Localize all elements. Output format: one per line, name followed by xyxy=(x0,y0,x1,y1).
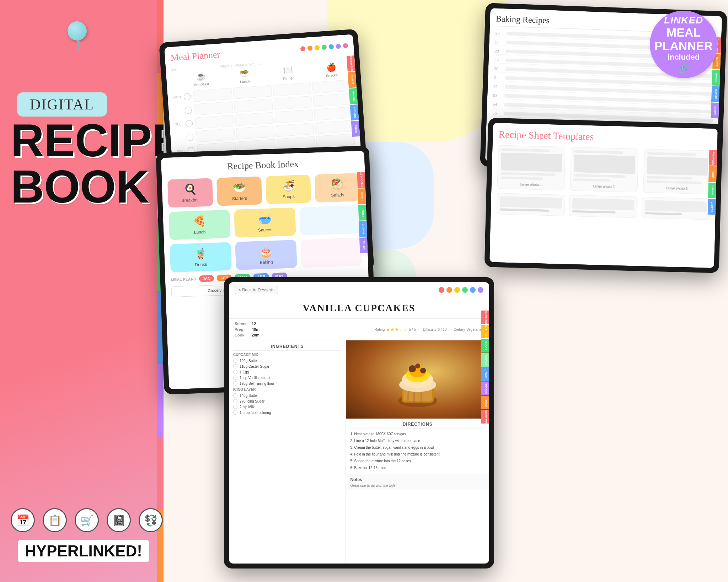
cup-tab-dinner[interactable]: DINNER xyxy=(481,396,489,409)
index-title: Recipe Book Index xyxy=(167,157,359,174)
ingredients-title: INGREDIENTS xyxy=(233,344,341,351)
tab-notes[interactable]: NOTES xyxy=(711,103,720,119)
dir-6: 6. Bake for 12-15 mins xyxy=(350,464,485,471)
ing-item: 120g Butter xyxy=(233,358,341,363)
template-5[interactable] xyxy=(569,195,638,218)
cup-tab-starters[interactable]: STARTERS xyxy=(481,325,489,338)
cup-tab-breakfast[interactable]: BREAKFAST xyxy=(481,311,489,324)
template-3[interactable]: Large photo 3 xyxy=(643,149,711,194)
cup-tab-salads[interactable]: SALADS xyxy=(481,353,489,367)
card-lunch[interactable]: 🍕Lunch xyxy=(168,210,231,240)
dot-5 xyxy=(470,287,476,293)
dir-5: 5. Spoon the mixture into the 12 cases xyxy=(350,458,485,464)
cupcake-screen: < Back to Desserts VANILLA CUPCAKES Serv… xyxy=(229,282,489,564)
svg-point-11 xyxy=(420,368,426,373)
calendar-icon[interactable]: 📅 xyxy=(11,508,35,532)
card-extra xyxy=(300,238,363,268)
notebook-icon[interactable]: 📓 xyxy=(107,508,131,532)
list-icon[interactable]: 📋 xyxy=(43,508,67,532)
svg-point-12 xyxy=(415,363,420,368)
idx-tab-lunch[interactable]: LUNCH xyxy=(358,188,367,204)
tmpl-tab-snacks[interactable]: SNACKS xyxy=(708,199,717,215)
ing-item: 110g Caster Sugar xyxy=(233,363,341,369)
templates-screen: Recipe Sheet Templates Large photo 1 xyxy=(489,123,718,268)
dietary-value: Vegetarian xyxy=(466,328,483,332)
cup-tab-sauces[interactable]: SAUCES xyxy=(481,382,489,395)
recipe-right-panel: DIRECTIONS 1. Heat oven to 180C/160C fan… xyxy=(346,340,489,564)
template-4[interactable] xyxy=(497,193,566,216)
directions-title: DIRECTIONS xyxy=(350,422,485,429)
template-1[interactable]: Large photo 1 xyxy=(497,145,565,190)
col-snacks: Snacks xyxy=(326,73,338,78)
ing-item: 1 tsp Vanilla extract xyxy=(233,375,341,381)
dir-2: 2. Line a 12-hole Muffin tray with paper… xyxy=(350,437,485,444)
mp-tab-breakfast[interactable]: BREAKFAST xyxy=(347,55,356,72)
template-label-2: Large photo 2 xyxy=(573,184,635,189)
card-soups[interactable]: 🍜Soups xyxy=(266,175,311,204)
tmpl-tab-dinner[interactable]: DINNER xyxy=(708,183,717,199)
pushpin-decoration xyxy=(68,21,89,50)
idx-tab-notes[interactable]: NOTES xyxy=(359,237,369,253)
tab-dinner[interactable]: DINNER xyxy=(712,70,721,86)
dir-1: 1. Heat oven to 180C/160C fan/gas xyxy=(350,431,485,437)
ing-item: 120g Self-raising flour xyxy=(233,381,341,386)
col-lunch: Lunch xyxy=(240,79,250,84)
dir-4: 4. Fold in the flour and milk until the … xyxy=(350,451,485,458)
template-2[interactable]: Large photo 2 xyxy=(570,147,638,193)
tablet-templates: Recipe Sheet Templates Large photo 1 xyxy=(485,118,723,273)
mp-calendar-rows: MON TUE WED xyxy=(173,80,355,157)
cup-tab-lunch[interactable]: LUNCH xyxy=(481,367,489,381)
rating-label: Rating xyxy=(374,328,385,332)
notes-section: Notes Great one to do with the kids! xyxy=(346,474,489,490)
ing-item: 140g Butter xyxy=(233,393,341,398)
index-category-grid-2: 🍕Lunch 🥣Sauces xyxy=(168,205,361,240)
back-to-desserts-button[interactable]: < Back to Desserts xyxy=(235,286,278,294)
card-sauces[interactable]: 🥣Sauces xyxy=(234,208,296,238)
card-breakfast[interactable]: 🍳Breakfast xyxy=(167,178,213,208)
card-salads[interactable]: 🥙Salads xyxy=(315,173,360,203)
prep-value: 40m xyxy=(252,327,259,332)
mp-tab-snacks[interactable]: SNACKS xyxy=(350,104,359,121)
notes-text: Great one to do with the kids! xyxy=(350,484,485,487)
cupcake-dots xyxy=(439,287,483,293)
dot-3 xyxy=(454,287,460,293)
cupcake-mix-label: CUPCAKE MIX xyxy=(233,353,341,357)
template-6[interactable] xyxy=(641,197,710,220)
mp-tab-notes[interactable]: NOTES xyxy=(351,121,361,137)
mp-tab-dinner[interactable]: DINNER xyxy=(349,88,358,104)
card-drinks[interactable]: 🧋Drinks xyxy=(170,242,232,272)
serves-label: Serves xyxy=(235,322,247,326)
template-label-1: Large photo 1 xyxy=(500,182,562,187)
mp-tab-lunch[interactable]: LUNCH xyxy=(348,72,357,88)
mp-dots xyxy=(300,43,348,51)
card-more xyxy=(299,205,362,236)
index-category-grid: 🍳Breakfast 🥗Starters 🍜Soups 🥙Salads xyxy=(167,173,360,208)
stars: ★★★☆☆ xyxy=(386,327,407,332)
template-label-3: Large photo 3 xyxy=(646,185,707,191)
cup-tab-soups[interactable]: SOUPS xyxy=(481,339,489,352)
dir-3: 3. Cream the butter, sugar, vanilla and … xyxy=(350,444,485,451)
cupcake-body: INGREDIENTS CUPCAKE MIX 120g Butter 110g… xyxy=(229,340,489,564)
cook-value: 20m xyxy=(252,333,259,337)
col-dinner: Dinner xyxy=(283,76,294,81)
idx-tab-breakfast[interactable]: BREAKFAST xyxy=(357,172,366,188)
tab-snacks[interactable]: SNACKS xyxy=(711,86,721,102)
idx-tab-snacks[interactable]: SNACKS xyxy=(359,221,368,237)
idx-tab-dinner[interactable]: DINNER xyxy=(358,205,368,221)
cart-icon[interactable]: 🛒 xyxy=(75,508,99,532)
templates-title: Recipe Sheet Templates xyxy=(498,129,712,146)
meal-plans-label: MEAL PLANS xyxy=(171,277,197,282)
templates-side-tabs: BREAKFAST LUNCH DINNER SNACKS xyxy=(708,150,718,215)
difficulty-item: Difficulty 6 / 10 xyxy=(423,328,447,332)
icing-layer-label: ICING LAYER xyxy=(233,388,341,392)
tmpl-tab-breakfast[interactable]: BREAKFAST xyxy=(709,150,718,166)
templates-grid: Large photo 1 Large photo 2 xyxy=(497,145,711,194)
card-starters[interactable]: 🥗Starters xyxy=(216,176,262,206)
card-baking[interactable]: 🎂Baking xyxy=(235,240,297,270)
tmpl-tab-lunch[interactable]: LUNCH xyxy=(708,166,717,182)
exchange-icon[interactable]: 💱 xyxy=(139,508,163,532)
cupcake-title-bar: VANILLA CUPCAKES xyxy=(229,298,489,319)
meta-grid: Serves 12 Prep 40m Cook 20m xyxy=(235,322,259,337)
cup-tab-desserts[interactable]: DESSERTS xyxy=(481,410,489,424)
prep-label: Prep xyxy=(235,327,247,332)
